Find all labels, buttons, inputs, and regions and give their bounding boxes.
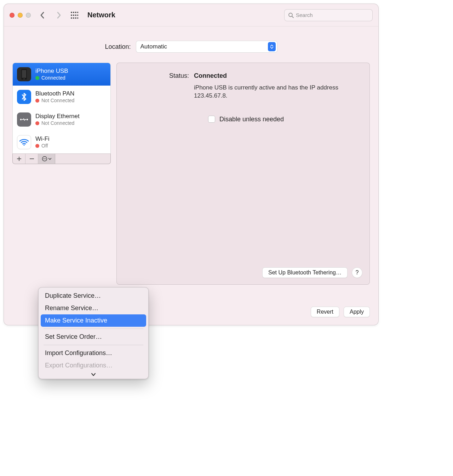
apply-button[interactable]: Apply <box>344 307 370 317</box>
help-button[interactable]: ? <box>352 267 362 278</box>
remove-service-button[interactable] <box>25 154 38 164</box>
bluetooth-icon <box>17 90 31 104</box>
wifi-icon <box>17 135 31 149</box>
disable-unless-needed-checkbox[interactable] <box>208 116 215 123</box>
svg-point-26 <box>43 158 44 159</box>
ellipsis-circle-icon <box>42 156 47 162</box>
minimize-icon[interactable] <box>18 13 23 18</box>
search-placeholder: Search <box>296 12 313 18</box>
ethernet-icon <box>17 112 31 127</box>
status-label: Status: <box>169 72 189 100</box>
menu-item-duplicate-service[interactable]: Duplicate Service… <box>41 290 146 302</box>
service-item-bluetooth-pan[interactable]: Bluetooth PANNot Connected <box>13 86 110 108</box>
forward-button <box>54 11 63 20</box>
status-dot-icon <box>35 121 39 125</box>
service-list: iPhone USBConnectedBluetooth PANNot Conn… <box>12 63 111 153</box>
svg-point-6 <box>75 14 76 16</box>
service-detail-panel: Status: Connected iPhone USB is currentl… <box>116 63 370 285</box>
setup-bluetooth-tethering-button[interactable]: Set Up Bluetooth Tethering… <box>262 267 348 278</box>
zoom-icon <box>26 13 31 18</box>
menu-item-export-configurations: Export Configurations… <box>41 359 146 372</box>
menu-item-set-service-order[interactable]: Set Service Order… <box>41 331 146 343</box>
status-description: iPhone USB is currently active and has t… <box>194 84 343 100</box>
location-row: Location: Automatic <box>4 27 378 63</box>
status-dot-icon <box>35 144 39 148</box>
svg-point-8 <box>71 17 72 19</box>
service-name: Bluetooth PAN <box>35 90 74 97</box>
service-status: Connected <box>41 75 65 81</box>
location-label: Location: <box>105 43 131 51</box>
location-value: Automatic <box>141 43 167 50</box>
svg-point-21 <box>23 144 25 146</box>
menu-separator <box>44 345 143 345</box>
svg-rect-15 <box>22 70 26 78</box>
show-all-icon[interactable] <box>70 11 78 19</box>
chevron-down-icon <box>48 157 52 160</box>
service-name: iPhone USB <box>35 68 68 75</box>
service-actions-menu: Duplicate Service…Rename Service…Make Se… <box>38 287 149 379</box>
svg-point-18 <box>27 119 28 120</box>
service-item-display-ethernet[interactable]: Display EthernetNot Connected <box>13 108 110 131</box>
service-item-wi-fi[interactable]: Wi-FiOff <box>13 131 110 153</box>
menu-item-make-service-inactive[interactable]: Make Service Inactive <box>41 314 146 327</box>
add-service-button[interactable] <box>13 154 25 164</box>
menu-item-import-configurations[interactable]: Import Configurations… <box>41 347 146 359</box>
svg-point-7 <box>77 14 78 16</box>
window-title: Network <box>87 11 115 19</box>
menu-separator <box>44 329 143 329</box>
select-arrows-icon <box>268 42 276 51</box>
status-value: Connected <box>194 72 343 80</box>
titlebar: Network Search <box>4 4 378 27</box>
revert-button[interactable]: Revert <box>311 307 339 317</box>
search-input[interactable]: Search <box>284 9 373 21</box>
service-item-iphone-usb[interactable]: iPhone USBConnected <box>13 63 110 86</box>
svg-point-28 <box>45 158 46 159</box>
service-name: Wi-Fi <box>35 135 50 143</box>
svg-point-5 <box>73 14 74 16</box>
svg-point-16 <box>24 79 25 80</box>
svg-line-13 <box>292 16 293 18</box>
network-preferences-window: Network Search Location: Automatic <box>4 4 379 325</box>
svg-point-27 <box>44 158 45 159</box>
svg-point-11 <box>77 17 78 19</box>
service-list-footer <box>12 153 111 164</box>
menu-item-rename-service[interactable]: Rename Service… <box>41 302 146 314</box>
svg-point-1 <box>73 12 74 13</box>
svg-point-9 <box>73 17 74 19</box>
disable-unless-needed-label: Disable unless needed <box>219 116 284 123</box>
status-dot-icon <box>35 76 39 80</box>
service-status: Off <box>41 143 48 149</box>
back-button[interactable] <box>38 11 47 20</box>
search-icon <box>288 12 294 18</box>
service-actions-menu-button[interactable] <box>38 154 55 164</box>
svg-point-10 <box>75 17 76 19</box>
window-controls <box>10 13 31 18</box>
main-content: iPhone USBConnectedBluetooth PANNot Conn… <box>4 63 378 289</box>
iphone-icon <box>17 67 31 81</box>
close-icon[interactable] <box>10 13 15 18</box>
location-select[interactable]: Automatic <box>136 41 277 53</box>
svg-point-0 <box>71 12 72 13</box>
service-status: Not Connected <box>41 120 74 126</box>
window-footer: Revert Apply <box>311 307 370 317</box>
svg-point-3 <box>77 12 78 13</box>
menu-overflow-chevron-icon[interactable] <box>41 372 146 377</box>
status-dot-icon <box>35 99 39 103</box>
svg-point-4 <box>71 14 72 16</box>
svg-point-17 <box>20 119 22 120</box>
service-name: Display Ethernet <box>35 113 80 120</box>
service-status: Not Connected <box>41 98 74 104</box>
svg-point-2 <box>75 12 76 13</box>
